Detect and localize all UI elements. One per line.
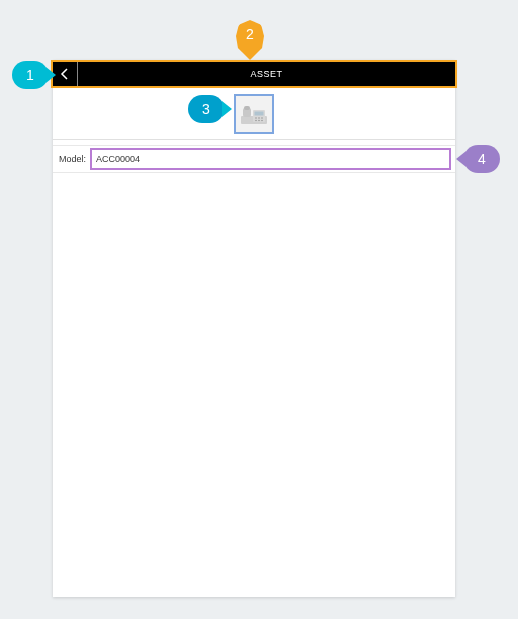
callout-teardrop: 4 [464,145,500,173]
model-input[interactable] [96,154,445,164]
callout-teardrop: 3 [188,95,224,123]
callout-number: 2 [246,26,254,42]
asset-image-box[interactable] [234,94,274,134]
phone-icon [238,98,270,130]
asset-image-area [53,88,455,140]
svg-rect-2 [244,106,250,110]
callout-3: 3 [188,95,224,123]
callout-1: 1 [12,61,48,89]
svg-point-10 [261,119,263,121]
svg-point-5 [255,117,257,119]
svg-point-6 [258,117,260,119]
model-row: Model: [53,145,455,173]
svg-point-7 [261,117,263,119]
header-title: ASSET [78,62,455,86]
model-input-highlight [90,148,451,170]
callout-2: 2 [236,20,264,60]
svg-rect-4 [255,111,264,115]
callout-number: 3 [188,101,224,117]
header-bar: ASSET [51,60,457,88]
callout-pin: 2 [236,20,264,60]
back-button[interactable] [53,62,77,86]
svg-point-8 [255,119,257,121]
callout-number: 1 [12,67,48,83]
asset-card: Model: [53,60,455,597]
chevron-left-icon [60,68,70,80]
callout-teardrop: 1 [12,61,48,89]
svg-point-9 [258,119,260,121]
callout-4: 4 [464,145,500,173]
model-label: Model: [57,154,90,164]
callout-number: 4 [464,151,500,167]
